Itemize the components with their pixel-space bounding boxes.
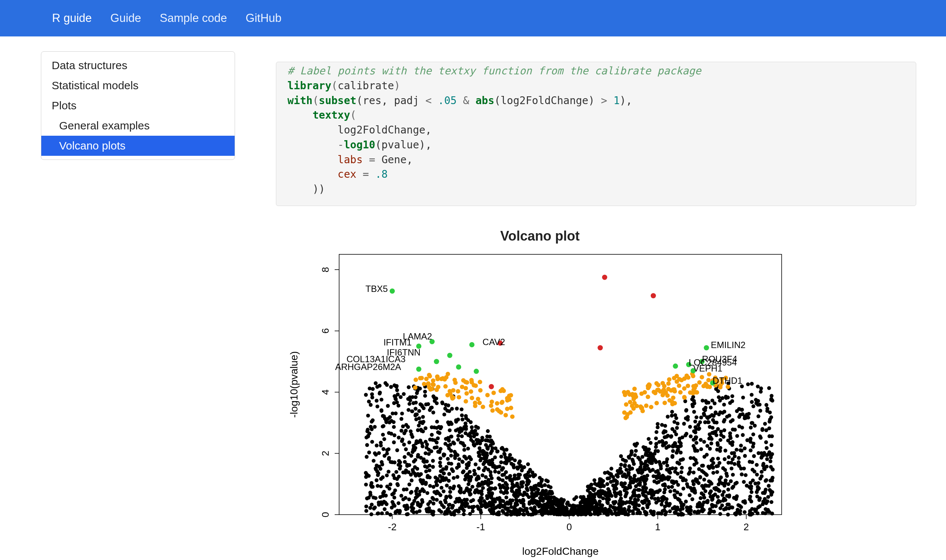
svg-point-491: [693, 420, 697, 423]
svg-point-1804: [438, 493, 442, 497]
svg-point-2174: [381, 447, 385, 451]
svg-point-1838: [758, 504, 761, 508]
svg-point-1815: [485, 459, 489, 463]
svg-point-2237: [493, 455, 497, 459]
svg-text:2: 2: [744, 522, 749, 532]
svg-point-1510: [436, 430, 440, 434]
svg-point-1279: [688, 425, 692, 428]
svg-point-2347: [764, 501, 768, 505]
svg-point-2246: [389, 513, 392, 517]
svg-point-2157: [765, 457, 769, 461]
svg-point-2262: [592, 488, 596, 492]
svg-point-1791: [394, 510, 397, 514]
svg-point-966: [380, 397, 383, 401]
brand[interactable]: R guide: [52, 12, 92, 25]
svg-point-1021: [758, 403, 761, 406]
svg-point-2266: [741, 412, 744, 416]
nav-link-github[interactable]: GitHub: [246, 12, 281, 25]
svg-point-1012: [742, 480, 746, 483]
svg-point-2450: [522, 512, 526, 516]
svg-point-2079: [717, 499, 720, 503]
svg-point-2423: [735, 494, 738, 498]
svg-point-311: [740, 448, 743, 452]
sidebar-item-statistical-models[interactable]: Statistical models: [41, 75, 235, 95]
svg-point-1755: [392, 425, 396, 429]
svg-point-2472: [577, 511, 581, 515]
svg-point-1019: [409, 490, 413, 494]
svg-point-29: [375, 484, 379, 488]
nav-link-sample-code[interactable]: Sample code: [160, 12, 227, 25]
svg-point-2312: [418, 438, 422, 442]
svg-point-2551: [663, 400, 667, 405]
svg-point-751: [452, 442, 456, 445]
svg-point-2114: [418, 489, 422, 493]
svg-point-2340: [367, 399, 371, 403]
svg-point-1613: [723, 484, 726, 488]
svg-point-2201: [471, 498, 475, 502]
svg-point-1930: [497, 476, 500, 480]
svg-point-1053: [392, 401, 396, 405]
svg-point-1245: [645, 497, 649, 501]
svg-point-2020: [628, 481, 632, 485]
svg-point-2625: [656, 383, 660, 387]
svg-point-2048: [395, 477, 399, 481]
svg-point-1319: [367, 450, 371, 454]
svg-point-492: [750, 400, 754, 404]
code-block[interactable]: # Label points with the textxy function …: [276, 62, 916, 206]
svg-point-676: [486, 429, 490, 433]
svg-point-2612: [510, 414, 515, 419]
svg-point-1327: [661, 431, 665, 434]
svg-point-1233: [417, 409, 421, 413]
svg-point-1958: [744, 473, 748, 477]
svg-point-2096: [520, 480, 523, 484]
svg-point-2393: [490, 476, 494, 480]
page-body: Data structures Statistical models Plots…: [0, 37, 946, 560]
svg-point-2234: [522, 502, 525, 506]
sidebar-item-data-structures[interactable]: Data structures: [41, 55, 235, 75]
svg-point-2639: [426, 382, 431, 386]
svg-point-1811: [392, 473, 395, 477]
svg-point-838: [703, 420, 707, 424]
svg-point-2339: [546, 501, 550, 505]
svg-point-2084: [767, 484, 771, 488]
svg-point-488: [709, 442, 713, 445]
svg-point-1960: [572, 497, 576, 501]
svg-point-2011: [426, 402, 430, 406]
svg-point-2049: [605, 482, 609, 486]
svg-point-2235: [528, 502, 531, 505]
svg-point-2470: [371, 495, 375, 499]
svg-point-1041: [673, 511, 677, 514]
svg-point-2047: [757, 486, 761, 490]
svg-text:-1: -1: [476, 522, 485, 532]
svg-point-2510: [686, 383, 690, 388]
svg-point-868: [729, 466, 733, 470]
svg-point-2036: [718, 489, 721, 493]
svg-point-2191: [547, 512, 550, 515]
svg-point-2371: [605, 512, 609, 516]
svg-point-710: [728, 414, 731, 417]
svg-point-1974: [664, 441, 668, 445]
svg-point-2278: [492, 506, 496, 510]
svg-point-1948: [747, 412, 751, 415]
svg-point-2050: [411, 468, 415, 471]
svg-point-2332: [728, 495, 731, 498]
svg-point-1798: [631, 494, 635, 497]
sidebar-item-plots[interactable]: Plots: [41, 95, 235, 115]
svg-point-363: [640, 462, 643, 466]
svg-point-1967: [673, 489, 677, 492]
nav-link-guide[interactable]: Guide: [111, 12, 141, 25]
svg-point-98: [431, 465, 435, 469]
volcano-plot-svg: TBX5LAMA2IFITM1CAV2IFI6TNNCOL13A1ICA3ARH…: [283, 251, 797, 560]
sidebar-item-volcano-plots[interactable]: Volcano plots: [41, 136, 235, 156]
sidebar-item-general-examples[interactable]: General examples: [41, 115, 235, 136]
svg-point-2607: [667, 377, 672, 382]
svg-point-1600: [365, 455, 369, 458]
svg-point-720: [716, 443, 720, 446]
svg-point-660: [666, 415, 669, 418]
svg-point-2244: [741, 395, 745, 399]
svg-point-2686: [602, 275, 607, 280]
svg-point-2024: [412, 460, 416, 463]
svg-point-1306: [709, 495, 712, 498]
svg-point-1062: [400, 412, 404, 415]
svg-point-913: [504, 495, 508, 499]
